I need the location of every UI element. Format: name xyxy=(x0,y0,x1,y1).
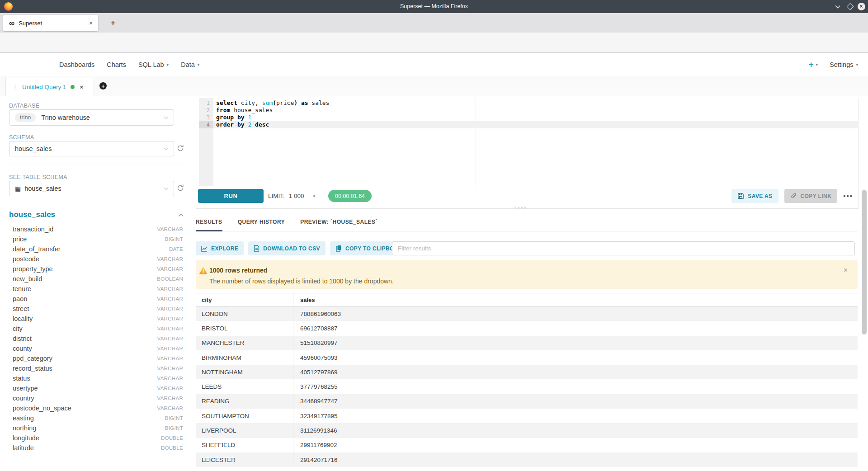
explore-button[interactable]: EXPLORE xyxy=(196,241,244,255)
refresh-schemas-button[interactable] xyxy=(176,144,184,152)
collapse-table-button[interactable] xyxy=(178,213,184,217)
window-maximize-button[interactable] xyxy=(844,0,855,13)
schema-column-row[interactable]: new_buildBOOLEAN xyxy=(9,274,183,284)
column-header-city[interactable]: city xyxy=(196,297,293,303)
menu-dashboards[interactable]: Dashboards xyxy=(59,61,94,68)
column-type: VARCHAR xyxy=(157,226,183,232)
schema-column-row[interactable]: property_typeVARCHAR xyxy=(9,264,183,274)
line-number: 3 xyxy=(199,114,213,121)
window-titlebar: Superset — Mozilla Firefox × xyxy=(0,0,868,13)
warning-close-icon[interactable]: × xyxy=(844,267,848,274)
add-query-tab-button[interactable]: + xyxy=(99,82,107,89)
tab-query-history[interactable]: QUERY HISTORY xyxy=(238,209,285,231)
drag-handle-icon[interactable]: ⋮ xyxy=(12,84,18,90)
schema-column-row[interactable]: eastingBIGINT xyxy=(9,413,183,423)
superset-favicon-icon: ∞ xyxy=(9,19,14,27)
schema-column-row[interactable]: postcodeVARCHAR xyxy=(9,254,183,264)
column-type: VARCHAR xyxy=(157,376,183,381)
warning-title: 1000 rows returned xyxy=(209,267,267,274)
paperclip-icon xyxy=(790,193,797,199)
browser-tab[interactable]: ∞ Superset × xyxy=(3,15,98,31)
schema-column-row[interactable]: longitudeDOUBLE xyxy=(9,433,183,443)
query-tab-close-icon[interactable]: × xyxy=(80,84,84,90)
menu-data[interactable]: Data▾ xyxy=(181,61,199,68)
schema-column-row[interactable]: northingBIGINT xyxy=(9,423,183,433)
result-row: LIVERPOOL31126991346 xyxy=(196,423,858,438)
menu-sql-lab[interactable]: SQL Lab▾ xyxy=(138,61,169,68)
browser-tab-title: Superset xyxy=(19,20,42,27)
query-tab-active[interactable]: ⋮ Untitled Query 1 × xyxy=(5,77,94,96)
schema-column-row[interactable]: record_statusVARCHAR xyxy=(9,363,183,373)
editor-line[interactable]: 3group by 1 xyxy=(199,114,858,121)
schema-column-row[interactable]: date_of_transferDATE xyxy=(9,244,183,254)
database-select[interactable]: trino Trino warehouse xyxy=(9,109,174,126)
more-options-button[interactable]: ••• xyxy=(843,192,853,200)
window-close-button[interactable]: × xyxy=(856,0,867,13)
editor-line[interactable]: 1select city, sum(price) as sales xyxy=(199,99,858,107)
save-as-button[interactable]: SAVE AS xyxy=(731,189,778,203)
schema-column-row[interactable]: countyVARCHAR xyxy=(9,344,183,353)
schema-column-row[interactable]: postcode_no_spaceVARCHAR xyxy=(9,403,183,413)
column-name: transaction_id xyxy=(13,226,53,233)
tab-close-icon[interactable]: × xyxy=(89,19,93,27)
sql-editor[interactable]: 1select city, sum(price) as sales2from h… xyxy=(196,98,859,186)
table-select[interactable]: ▦ house_sales xyxy=(9,181,174,196)
warning-icon xyxy=(199,267,208,274)
download-csv-button[interactable]: DOWNLOAD TO CSV xyxy=(248,241,326,255)
column-name: property_type xyxy=(13,265,53,273)
schema-column-row[interactable]: statusVARCHAR xyxy=(9,373,183,383)
new-item-button[interactable]: +▾ xyxy=(808,60,818,70)
column-name: longitude xyxy=(13,434,39,442)
column-header-sales[interactable]: sales xyxy=(293,293,858,306)
column-type: VARCHAR xyxy=(157,396,183,401)
navbar-right: +▾ Settings▾ xyxy=(808,53,858,76)
schema-column-row[interactable]: paonVARCHAR xyxy=(9,294,183,304)
settings-menu[interactable]: Settings▾ xyxy=(830,61,858,68)
window-title: Superset — Mozilla Firefox xyxy=(0,0,868,13)
column-type: VARCHAR xyxy=(157,266,183,272)
run-button[interactable]: RUN xyxy=(198,189,264,203)
column-type: VARCHAR xyxy=(157,356,183,361)
tab-results[interactable]: RESULTS xyxy=(196,209,222,231)
schema-column-row[interactable]: usertypeVARCHAR xyxy=(9,383,183,393)
column-type: BIGINT xyxy=(165,425,183,431)
query-tab-title[interactable]: Untitled Query 1 xyxy=(22,84,66,90)
schema-column-row[interactable]: latitudeDOUBLE xyxy=(9,443,183,453)
chevron-down-icon xyxy=(164,147,169,151)
schema-value: house_sales xyxy=(15,145,52,152)
code-text: from house_sales xyxy=(213,107,858,114)
save-icon xyxy=(737,193,744,199)
filter-results-input[interactable] xyxy=(392,241,855,255)
table-schema-heading[interactable]: house_sales xyxy=(9,210,55,219)
schema-column-row[interactable]: countryVARCHAR xyxy=(9,393,183,403)
limit-dropdown[interactable]: LIMIT: 1 000 ▾ xyxy=(268,189,315,203)
new-tab-button[interactable]: + xyxy=(107,17,119,29)
editor-line[interactable]: 2from house_sales xyxy=(199,107,858,114)
cell-sales: 29911769902 xyxy=(293,438,858,452)
schema-column-row[interactable]: ppd_categoryVARCHAR xyxy=(9,353,183,363)
copy-link-button[interactable]: COPY LINK xyxy=(784,189,838,203)
column-name: ppd_category xyxy=(13,355,52,362)
refresh-tables-button[interactable] xyxy=(176,184,184,192)
column-name: status xyxy=(13,375,30,382)
scrollbar-thumb[interactable] xyxy=(862,190,867,334)
schema-column-row[interactable]: districtVARCHAR xyxy=(9,334,183,344)
page-scrollbar[interactable] xyxy=(862,190,867,468)
main-menu: Dashboards Charts SQL Lab▾ Data▾ xyxy=(59,53,199,76)
cell-city: BIRMINGHAM xyxy=(196,354,293,361)
database-value: Trino warehouse xyxy=(41,114,90,121)
schema-column-row[interactable]: tenureVARCHAR xyxy=(9,284,183,294)
schema-select[interactable]: house_sales xyxy=(9,141,174,156)
editor-line[interactable]: 4order by 2 desc xyxy=(199,121,858,128)
cell-city: LEICESTER xyxy=(196,457,293,463)
tab-preview-house-sales[interactable]: PREVIEW: `HOUSE_SALES` xyxy=(300,209,377,231)
schema-column-row[interactable]: transaction_idVARCHAR xyxy=(9,224,183,234)
window-minimize-button[interactable] xyxy=(832,0,843,13)
menu-charts[interactable]: Charts xyxy=(107,61,126,68)
schema-column-row[interactable]: localityVARCHAR xyxy=(9,314,183,324)
schema-column-row[interactable]: priceBIGINT xyxy=(9,234,183,244)
schema-column-row[interactable]: streetVARCHAR xyxy=(9,304,183,314)
result-row: MANCHESTER51510820997 xyxy=(196,336,858,350)
column-type: DOUBLE xyxy=(161,445,183,451)
schema-column-row[interactable]: cityVARCHAR xyxy=(9,324,183,334)
